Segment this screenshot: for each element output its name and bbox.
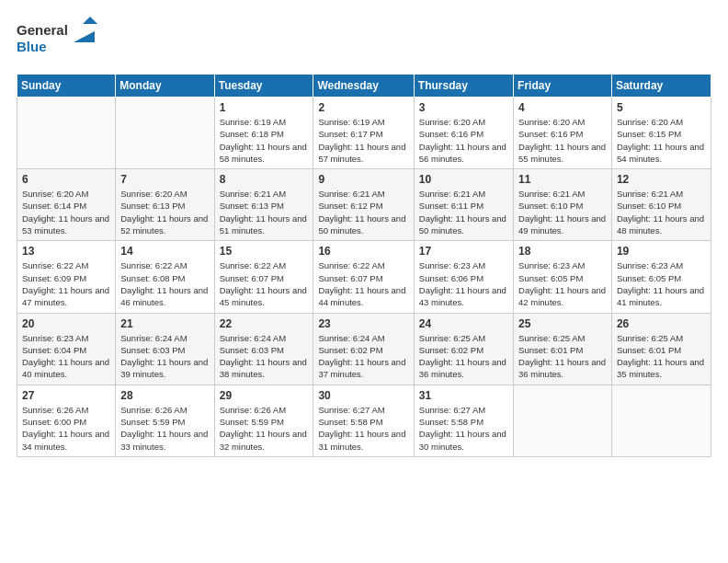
day-info: Sunrise: 6:19 AMSunset: 6:17 PMDaylight:… (318, 116, 408, 165)
calendar-cell: 31Sunrise: 6:27 AMSunset: 5:58 PMDayligh… (414, 385, 513, 456)
weekday-header: Wednesday (313, 75, 414, 98)
day-info: Sunrise: 6:25 AMSunset: 6:01 PMDaylight:… (518, 332, 607, 381)
weekday-header: Monday (116, 75, 214, 98)
calendar-cell: 23Sunrise: 6:24 AMSunset: 6:02 PMDayligh… (313, 313, 414, 385)
day-number: 11 (518, 173, 607, 186)
calendar-cell: 1Sunrise: 6:19 AMSunset: 6:18 PMDaylight… (214, 98, 313, 169)
day-number: 8 (220, 173, 309, 186)
day-number: 3 (419, 101, 508, 114)
day-number: 25 (518, 317, 607, 330)
day-number: 12 (617, 173, 706, 186)
calendar-week-row: 1Sunrise: 6:19 AMSunset: 6:18 PMDaylight… (17, 98, 711, 169)
day-number: 18 (518, 245, 607, 258)
calendar-cell: 21Sunrise: 6:24 AMSunset: 6:03 PMDayligh… (116, 313, 214, 385)
day-number: 20 (22, 317, 110, 330)
calendar-cell: 3Sunrise: 6:20 AMSunset: 6:16 PMDaylight… (414, 98, 513, 169)
day-number: 23 (318, 317, 408, 330)
logo-icon: General Blue (17, 17, 104, 61)
day-number: 15 (220, 245, 309, 258)
calendar-cell: 19Sunrise: 6:23 AMSunset: 6:05 PMDayligh… (611, 241, 711, 313)
weekday-header: Friday (514, 75, 612, 98)
calendar-cell: 11Sunrise: 6:21 AMSunset: 6:10 PMDayligh… (514, 169, 612, 241)
calendar-cell (17, 98, 116, 169)
calendar-header-row: SundayMondayTuesdayWednesdayThursdayFrid… (17, 75, 711, 98)
day-info: Sunrise: 6:22 AMSunset: 6:07 PMDaylight:… (318, 259, 408, 308)
day-number: 29 (220, 389, 309, 402)
day-number: 28 (120, 389, 209, 402)
calendar-cell (611, 385, 711, 456)
day-number: 6 (22, 173, 110, 186)
day-number: 22 (220, 317, 309, 330)
day-info: Sunrise: 6:23 AMSunset: 6:05 PMDaylight:… (617, 259, 706, 308)
calendar-cell: 20Sunrise: 6:23 AMSunset: 6:04 PMDayligh… (17, 313, 116, 385)
day-info: Sunrise: 6:20 AMSunset: 6:15 PMDaylight:… (617, 116, 706, 165)
weekday-header: Saturday (611, 75, 711, 98)
day-info: Sunrise: 6:27 AMSunset: 5:58 PMDaylight:… (419, 404, 508, 453)
day-number: 27 (22, 389, 110, 402)
calendar-cell: 5Sunrise: 6:20 AMSunset: 6:15 PMDaylight… (611, 98, 711, 169)
day-info: Sunrise: 6:20 AMSunset: 6:13 PMDaylight:… (120, 188, 209, 236)
day-info: Sunrise: 6:22 AMSunset: 6:07 PMDaylight:… (220, 259, 309, 308)
day-info: Sunrise: 6:19 AMSunset: 6:18 PMDaylight:… (220, 116, 309, 165)
day-number: 2 (318, 101, 408, 114)
calendar-cell: 22Sunrise: 6:24 AMSunset: 6:03 PMDayligh… (214, 313, 313, 385)
calendar-table: SundayMondayTuesdayWednesdayThursdayFrid… (17, 74, 711, 457)
day-number: 10 (419, 173, 508, 186)
weekday-header: Sunday (17, 75, 116, 98)
day-info: Sunrise: 6:23 AMSunset: 6:06 PMDaylight:… (419, 259, 508, 308)
weekday-header: Tuesday (214, 75, 313, 98)
svg-marker-3 (74, 31, 95, 42)
day-info: Sunrise: 6:20 AMSunset: 6:14 PMDaylight:… (22, 188, 110, 236)
calendar-cell: 16Sunrise: 6:22 AMSunset: 6:07 PMDayligh… (313, 241, 414, 313)
day-info: Sunrise: 6:20 AMSunset: 6:16 PMDaylight:… (518, 116, 607, 165)
day-number: 13 (22, 245, 110, 258)
day-number: 7 (120, 173, 209, 186)
calendar-cell: 14Sunrise: 6:22 AMSunset: 6:08 PMDayligh… (116, 241, 214, 313)
calendar-cell: 28Sunrise: 6:26 AMSunset: 5:59 PMDayligh… (116, 385, 214, 456)
day-info: Sunrise: 6:23 AMSunset: 6:04 PMDaylight:… (22, 332, 110, 381)
day-number: 24 (419, 317, 508, 330)
day-info: Sunrise: 6:20 AMSunset: 6:16 PMDaylight:… (419, 116, 508, 165)
day-number: 5 (617, 101, 706, 114)
logo: General Blue (17, 17, 104, 64)
calendar-cell: 18Sunrise: 6:23 AMSunset: 6:05 PMDayligh… (514, 241, 612, 313)
day-info: Sunrise: 6:23 AMSunset: 6:05 PMDaylight:… (518, 259, 607, 308)
day-number: 26 (617, 317, 706, 330)
calendar-cell: 29Sunrise: 6:26 AMSunset: 5:59 PMDayligh… (214, 385, 313, 456)
header: General Blue (17, 17, 711, 64)
day-info: Sunrise: 6:26 AMSunset: 6:00 PMDaylight:… (22, 404, 110, 453)
calendar-cell: 25Sunrise: 6:25 AMSunset: 6:01 PMDayligh… (514, 313, 612, 385)
day-info: Sunrise: 6:24 AMSunset: 6:03 PMDaylight:… (220, 332, 309, 381)
calendar-cell: 27Sunrise: 6:26 AMSunset: 6:00 PMDayligh… (17, 385, 116, 456)
day-info: Sunrise: 6:21 AMSunset: 6:12 PMDaylight:… (318, 188, 408, 236)
day-number: 4 (518, 101, 607, 114)
day-info: Sunrise: 6:25 AMSunset: 6:02 PMDaylight:… (419, 332, 508, 381)
day-info: Sunrise: 6:24 AMSunset: 6:03 PMDaylight:… (120, 332, 209, 381)
calendar-week-row: 13Sunrise: 6:22 AMSunset: 6:09 PMDayligh… (17, 241, 711, 313)
day-info: Sunrise: 6:26 AMSunset: 5:59 PMDaylight:… (220, 404, 309, 453)
svg-text:Blue: Blue (17, 39, 47, 54)
day-number: 1 (220, 101, 309, 114)
calendar-cell: 6Sunrise: 6:20 AMSunset: 6:14 PMDaylight… (17, 169, 116, 241)
calendar-week-row: 6Sunrise: 6:20 AMSunset: 6:14 PMDaylight… (17, 169, 711, 241)
calendar-cell: 4Sunrise: 6:20 AMSunset: 6:16 PMDaylight… (514, 98, 612, 169)
svg-marker-2 (83, 17, 97, 24)
day-info: Sunrise: 6:21 AMSunset: 6:10 PMDaylight:… (518, 188, 607, 236)
day-number: 17 (419, 245, 508, 258)
day-number: 31 (419, 389, 508, 402)
page: General Blue SundayMondayTuesdayWednesda… (0, 0, 728, 563)
calendar-cell: 7Sunrise: 6:20 AMSunset: 6:13 PMDaylight… (116, 169, 214, 241)
calendar-cell: 12Sunrise: 6:21 AMSunset: 6:10 PMDayligh… (611, 169, 711, 241)
calendar-week-row: 20Sunrise: 6:23 AMSunset: 6:04 PMDayligh… (17, 313, 711, 385)
calendar-cell: 26Sunrise: 6:25 AMSunset: 6:01 PMDayligh… (611, 313, 711, 385)
calendar-week-row: 27Sunrise: 6:26 AMSunset: 6:00 PMDayligh… (17, 385, 711, 456)
day-number: 16 (318, 245, 408, 258)
day-number: 30 (318, 389, 408, 402)
day-number: 19 (617, 245, 706, 258)
weekday-header: Thursday (414, 75, 513, 98)
calendar-cell: 17Sunrise: 6:23 AMSunset: 6:06 PMDayligh… (414, 241, 513, 313)
day-info: Sunrise: 6:21 AMSunset: 6:13 PMDaylight:… (220, 188, 309, 236)
day-info: Sunrise: 6:25 AMSunset: 6:01 PMDaylight:… (617, 332, 706, 381)
day-number: 14 (120, 245, 209, 258)
day-info: Sunrise: 6:21 AMSunset: 6:10 PMDaylight:… (617, 188, 706, 236)
